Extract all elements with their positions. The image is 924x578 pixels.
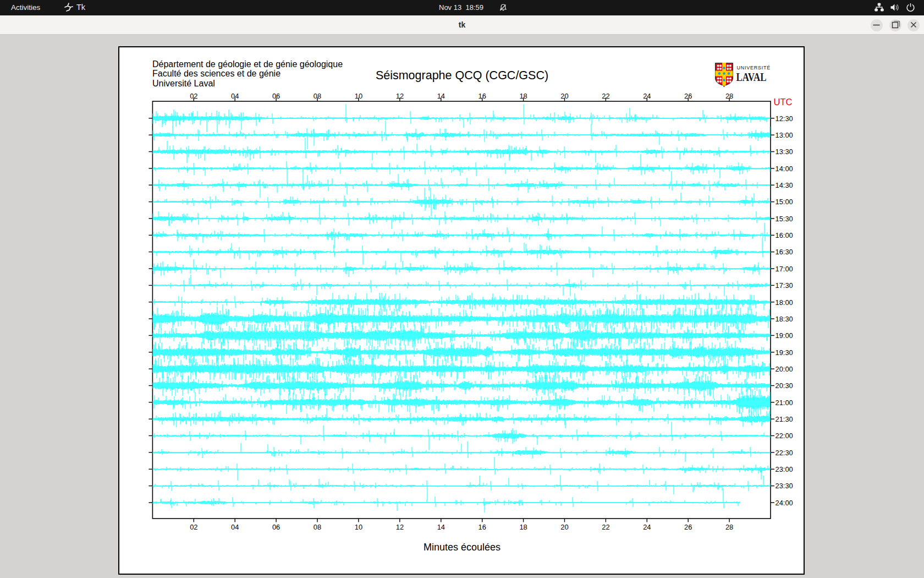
svg-text:02: 02 <box>190 92 197 100</box>
svg-text:12:30: 12:30 <box>776 114 793 123</box>
svg-text:17:00: 17:00 <box>776 265 793 273</box>
svg-text:28: 28 <box>725 523 733 531</box>
svg-text:18: 18 <box>519 92 527 100</box>
svg-text:24:00: 24:00 <box>776 499 793 507</box>
svg-text:10: 10 <box>355 92 362 100</box>
svg-text:22: 22 <box>602 523 609 531</box>
svg-text:16:00: 16:00 <box>776 231 793 239</box>
svg-text:21:30: 21:30 <box>776 415 793 423</box>
svg-text:28: 28 <box>725 92 733 100</box>
svg-text:UTC: UTC <box>774 97 793 107</box>
svg-text:02: 02 <box>190 523 197 531</box>
svg-text:12: 12 <box>396 523 404 531</box>
svg-text:14: 14 <box>437 92 445 100</box>
svg-text:08: 08 <box>314 523 321 531</box>
svg-text:15:00: 15:00 <box>776 198 793 206</box>
svg-text:Minutes écoulées: Minutes écoulées <box>424 542 501 553</box>
svg-text:18: 18 <box>519 523 527 531</box>
svg-text:13:30: 13:30 <box>776 148 793 156</box>
svg-text:22:30: 22:30 <box>776 449 793 457</box>
svg-text:23:00: 23:00 <box>776 465 793 473</box>
svg-text:14:30: 14:30 <box>776 181 793 189</box>
svg-text:14: 14 <box>437 523 445 531</box>
svg-text:06: 06 <box>272 92 280 100</box>
svg-text:10: 10 <box>355 523 362 531</box>
svg-text:20: 20 <box>560 523 568 531</box>
svg-text:08: 08 <box>314 92 321 100</box>
svg-text:16: 16 <box>479 92 486 100</box>
svg-text:21:00: 21:00 <box>776 399 793 407</box>
svg-text:26: 26 <box>684 92 692 100</box>
svg-text:LAVAL: LAVAL <box>736 70 767 84</box>
svg-text:19:00: 19:00 <box>776 331 793 340</box>
svg-text:18:30: 18:30 <box>776 315 793 323</box>
svg-text:06: 06 <box>272 523 280 531</box>
svg-text:20: 20 <box>560 92 568 100</box>
svg-text:12: 12 <box>396 92 404 100</box>
svg-text:24: 24 <box>643 523 651 531</box>
svg-text:Séismographe QCQ (CGC/GSC): Séismographe QCQ (CGC/GSC) <box>376 69 548 82</box>
svg-text:20:00: 20:00 <box>776 365 793 373</box>
svg-text:04: 04 <box>231 92 239 100</box>
svg-text:15:30: 15:30 <box>776 215 793 223</box>
svg-text:18:00: 18:00 <box>776 298 793 307</box>
svg-text:22: 22 <box>602 92 609 100</box>
svg-text:16: 16 <box>479 523 486 531</box>
svg-text:14:00: 14:00 <box>776 165 793 173</box>
svg-text:Université Laval: Université Laval <box>152 79 215 88</box>
svg-text:UNIVERSITÉ: UNIVERSITÉ <box>737 65 771 70</box>
svg-text:16:30: 16:30 <box>776 248 793 256</box>
svg-text:13:00: 13:00 <box>776 131 793 139</box>
svg-text:26: 26 <box>684 523 692 531</box>
svg-text:04: 04 <box>231 523 239 531</box>
svg-text:23:30: 23:30 <box>776 482 793 490</box>
svg-text:Département de géologie et de: Département de géologie et de génie géol… <box>152 59 343 69</box>
svg-text:Faculté des sciences et de gén: Faculté des sciences et de génie <box>152 69 280 78</box>
svg-text:17:30: 17:30 <box>776 281 793 290</box>
svg-text:20:30: 20:30 <box>776 381 793 390</box>
svg-text:22:00: 22:00 <box>776 432 793 440</box>
svg-text:24: 24 <box>643 92 651 100</box>
svg-text:19:30: 19:30 <box>776 348 793 357</box>
